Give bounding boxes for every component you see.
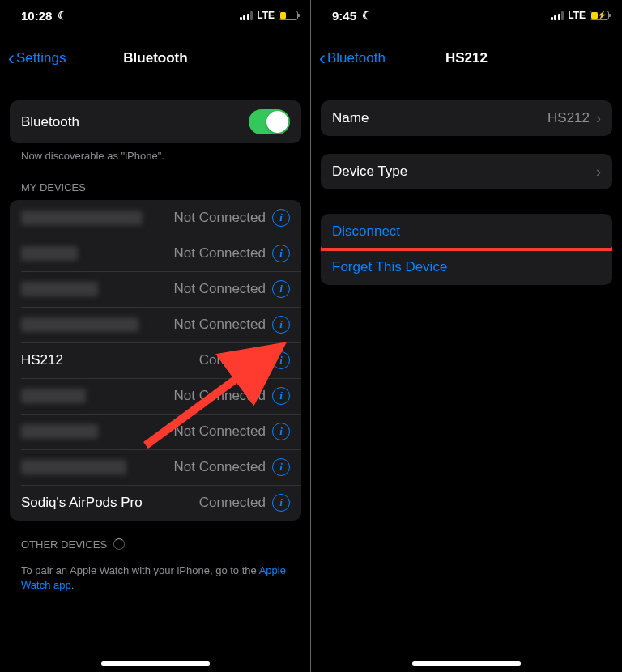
device-status: Not Connected	[174, 281, 266, 297]
signal-icon	[551, 11, 564, 20]
device-type-label: Device Type	[332, 164, 407, 180]
bluetooth-label: Bluetooth	[21, 114, 79, 130]
device-row[interactable]: Not Connectedi	[10, 307, 301, 342]
device-name-hidden	[21, 211, 143, 225]
name-value: HS212	[547, 110, 590, 126]
info-icon[interactable]: i	[272, 458, 290, 476]
info-icon[interactable]: i	[272, 494, 290, 512]
device-name-hidden	[21, 317, 138, 332]
left-screenshot: 10:28 ☾ LTE ‹ Settings Bluetooth Bluetoo…	[0, 0, 311, 672]
bluetooth-toggle[interactable]	[249, 109, 290, 134]
info-icon[interactable]: i	[272, 280, 290, 298]
right-screenshot: 9:45 ☾ LTE ⚡ ‹ Bluetooth HS212 Name HS21	[311, 0, 622, 672]
status-bar: 10:28 ☾ LTE	[0, 0, 311, 31]
device-row[interactable]: Not Connectedi	[10, 378, 301, 414]
chevron-right-icon: ›	[596, 110, 601, 127]
forget-device-button[interactable]: Forget This Device	[321, 249, 612, 285]
dnd-moon-icon: ☾	[362, 9, 373, 22]
device-name: HS212	[21, 352, 63, 368]
device-status: Connected	[199, 352, 266, 368]
discoverable-text: Now discoverable as "iPhone".	[10, 143, 301, 164]
device-status: Not Connected	[174, 317, 266, 333]
device-name: Sodiq's AirPods Pro	[21, 495, 143, 511]
my-devices-list: Not Connectedi Not Connectedi Not Connec…	[10, 200, 301, 521]
spinner-icon	[113, 538, 125, 550]
battery-icon	[279, 11, 298, 20]
device-name-hidden	[21, 424, 98, 439]
info-icon[interactable]: i	[272, 423, 290, 440]
back-label: Bluetooth	[327, 50, 386, 66]
device-status: Not Connected	[174, 210, 266, 226]
back-button[interactable]: ‹ Settings	[8, 49, 66, 68]
device-name-hidden	[21, 246, 78, 261]
page-title: Bluetooth	[123, 50, 187, 66]
chevron-left-icon: ‹	[319, 49, 326, 68]
signal-icon	[240, 11, 253, 20]
info-icon[interactable]: i	[272, 209, 290, 227]
chevron-left-icon: ‹	[8, 49, 15, 68]
forget-label: Forget This Device	[332, 259, 447, 275]
my-devices-header: MY DEVICES	[10, 164, 301, 200]
dnd-moon-icon: ☾	[58, 9, 68, 22]
info-icon[interactable]: i	[272, 387, 290, 405]
device-type-row[interactable]: Device Type ›	[321, 154, 612, 189]
network-label: LTE	[257, 10, 275, 21]
device-status: Not Connected	[174, 388, 266, 404]
bluetooth-toggle-row[interactable]: Bluetooth	[10, 100, 301, 143]
nav-header: ‹ Bluetooth HS212	[311, 40, 622, 76]
back-button[interactable]: ‹ Bluetooth	[319, 49, 386, 68]
name-label: Name	[332, 110, 369, 126]
device-name-hidden	[21, 282, 98, 296]
device-name-hidden	[21, 389, 86, 403]
device-status: Connected	[199, 495, 266, 511]
home-indicator[interactable]	[101, 661, 210, 666]
device-status: Not Connected	[174, 423, 266, 440]
info-icon[interactable]: i	[272, 351, 290, 369]
device-row[interactable]: Not Connectedi	[10, 449, 301, 485]
disconnect-button[interactable]: Disconnect	[321, 214, 612, 249]
home-indicator[interactable]	[412, 661, 521, 666]
device-name-hidden	[21, 460, 126, 474]
nav-header: ‹ Settings Bluetooth	[0, 40, 311, 76]
device-row[interactable]: Not Connectedi	[10, 414, 301, 449]
chevron-right-icon: ›	[596, 164, 601, 181]
device-name-row[interactable]: Name HS212 ›	[321, 100, 612, 136]
status-bar: 9:45 ☾ LTE ⚡	[311, 0, 622, 31]
info-icon[interactable]: i	[272, 316, 290, 334]
device-status: Not Connected	[174, 459, 266, 475]
device-row[interactable]: Not Connectedi	[10, 236, 301, 271]
page-title: HS212	[445, 50, 488, 66]
back-label: Settings	[16, 50, 66, 66]
device-status: Not Connected	[174, 245, 266, 262]
device-row-airpods[interactable]: Sodiq's AirPods Pro Connectedi	[10, 485, 301, 521]
status-time: 9:45	[332, 9, 356, 23]
device-row[interactable]: Not Connectedi	[10, 200, 301, 236]
device-row[interactable]: Not Connectedi	[10, 271, 301, 307]
network-label: LTE	[568, 10, 586, 21]
device-row-hs212[interactable]: HS212 Connectedi	[10, 342, 301, 378]
status-time: 10:28	[21, 9, 52, 23]
apple-watch-hint: To pair an Apple Watch with your iPhone,…	[10, 557, 301, 599]
other-devices-header: OTHER DEVICES	[10, 521, 301, 557]
info-icon[interactable]: i	[272, 245, 290, 262]
disconnect-label: Disconnect	[332, 223, 400, 240]
battery-charging-icon: ⚡	[590, 11, 609, 20]
